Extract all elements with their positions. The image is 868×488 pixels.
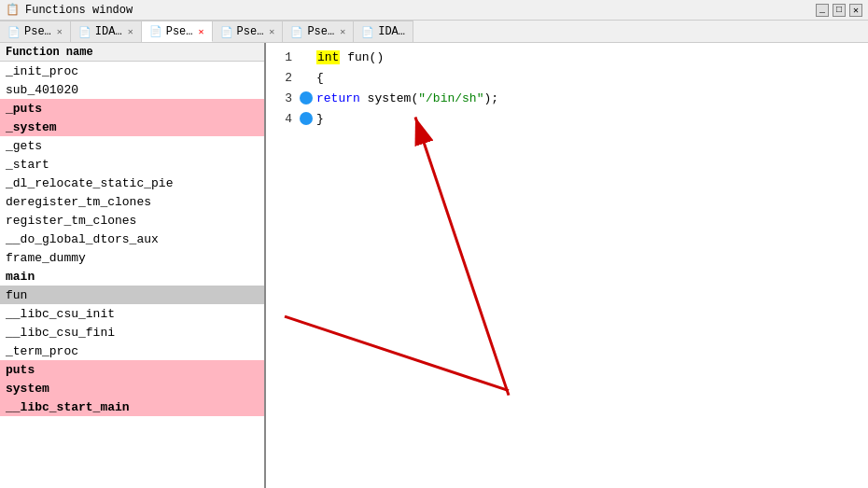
tab-tab4[interactable]: 📄 Pse… ✕ xyxy=(213,21,284,42)
function-list-item[interactable]: _term_proc xyxy=(0,342,264,360)
function-list-item[interactable]: __libc_csu_init xyxy=(0,304,264,323)
tab-close-tab5[interactable]: ✕ xyxy=(340,26,345,37)
tab-label-tab3: Pse… xyxy=(166,25,193,38)
close-button[interactable]: ✕ xyxy=(849,4,862,17)
line-dot-3 xyxy=(300,91,313,105)
tab-icon-tab3: 📄 xyxy=(149,25,162,37)
minimize-button[interactable]: _ xyxy=(816,4,829,17)
svg-line-3 xyxy=(285,316,509,391)
tab-close-tab1[interactable]: ✕ xyxy=(57,26,63,37)
functions-panel: Function name _init_procsub_401020_puts_… xyxy=(0,43,266,488)
line-dot-1 xyxy=(300,50,313,63)
function-list-item[interactable]: frame_dummy xyxy=(0,248,264,267)
functions-list[interactable]: _init_procsub_401020_puts_system_gets_st… xyxy=(0,62,264,488)
string-val: "/bin/sh" xyxy=(418,91,483,105)
title-bar-left: 📋 Functions window xyxy=(6,3,133,17)
maximize-button[interactable]: □ xyxy=(833,4,846,17)
tab-close-tab2[interactable]: ✕ xyxy=(128,26,133,37)
function-list-item[interactable]: __do_global_dtors_aux xyxy=(0,230,264,248)
title-bar: 📋 Functions window _ □ ✕ xyxy=(0,0,868,21)
tab-tab6[interactable]: 📄 IDA… xyxy=(354,21,413,42)
tab-label-tab2: IDA… xyxy=(95,25,122,38)
tab-label-tab4: Pse… xyxy=(237,25,264,38)
code-line-1: 1 int fun() xyxy=(266,47,868,67)
tab-close-tab4[interactable]: ✕ xyxy=(269,26,274,37)
function-list-item[interactable]: system xyxy=(0,379,264,397)
line-dot-4 xyxy=(300,112,313,125)
line-dot-2 xyxy=(300,71,313,84)
function-list-item[interactable]: _system xyxy=(0,118,264,136)
tab-tab5[interactable]: 📄 Pse… ✕ xyxy=(283,21,354,42)
window-icon: 📋 xyxy=(6,3,20,17)
tab-tab1[interactable]: 📄 Pse… ✕ xyxy=(0,21,71,42)
function-list-item[interactable]: __libc_start_main xyxy=(0,397,264,416)
tab-icon-tab5: 📄 xyxy=(290,26,303,38)
line-num-3: 3 xyxy=(270,91,292,105)
tab-bar: 📄 Pse… ✕ 📄 IDA… ✕ 📄 Pse… ✕ 📄 Pse… ✕ 📄 Ps… xyxy=(0,21,868,43)
function-list-item[interactable]: deregister_tm_clones xyxy=(0,192,264,211)
function-list-item[interactable]: _gets xyxy=(0,136,264,155)
code-text-2: { xyxy=(316,71,324,85)
col-header-text: Function name xyxy=(6,46,93,59)
tab-label-tab6: IDA… xyxy=(378,25,405,38)
line-num-4: 4 xyxy=(270,112,292,126)
functions-column-header: Function name xyxy=(0,43,264,62)
code-line-4: 4 } xyxy=(266,108,868,129)
code-line-2: 2 { xyxy=(266,67,868,88)
tab-icon-tab6: 📄 xyxy=(361,26,374,38)
keyword-int: int xyxy=(316,50,340,64)
window-title: Functions window xyxy=(25,4,133,17)
code-panel: 1 int fun() 2 { 3 return system("/bin/sh… xyxy=(266,43,868,488)
title-bar-controls[interactable]: _ □ ✕ xyxy=(816,4,862,17)
tab-label-tab5: Pse… xyxy=(307,25,334,38)
function-list-item[interactable]: register_tm_clones xyxy=(0,211,264,230)
tab-icon-tab2: 📄 xyxy=(78,26,91,38)
main-area: Function name _init_procsub_401020_puts_… xyxy=(0,43,868,488)
tab-icon-tab4: 📄 xyxy=(220,26,233,38)
tab-label-tab1: Pse… xyxy=(24,25,51,38)
tab-tab2[interactable]: 📄 IDA… ✕ xyxy=(71,21,142,42)
function-list-item[interactable]: main xyxy=(0,267,264,286)
function-list-item[interactable]: _start xyxy=(0,155,264,174)
tab-icon-tab1: 📄 xyxy=(7,26,21,38)
tab-close-tab3[interactable]: ✕ xyxy=(199,26,204,37)
svg-line-2 xyxy=(415,118,509,396)
function-list-item[interactable]: sub_401020 xyxy=(0,80,264,99)
keyword-return: return xyxy=(316,91,360,105)
function-list-item[interactable]: _init_proc xyxy=(0,62,264,80)
code-text-4: } xyxy=(316,112,324,126)
function-list-item[interactable]: fun xyxy=(0,286,264,304)
line-num-1: 1 xyxy=(270,50,292,64)
function-list-item[interactable]: _puts xyxy=(0,99,264,118)
function-list-item[interactable]: puts xyxy=(0,360,264,379)
code-content: 1 int fun() 2 { 3 return system("/bin/sh… xyxy=(266,43,868,488)
code-line-3: 3 return system("/bin/sh"); xyxy=(266,88,868,108)
code-text-3: return system("/bin/sh"); xyxy=(316,91,498,105)
tab-tab3[interactable]: 📄 Pse… ✕ xyxy=(142,21,213,42)
function-list-item[interactable]: _dl_relocate_static_pie xyxy=(0,174,264,192)
line-num-2: 2 xyxy=(270,71,292,85)
function-list-item[interactable]: __libc_csu_fini xyxy=(0,323,264,342)
code-text-1: int fun() xyxy=(316,50,384,64)
